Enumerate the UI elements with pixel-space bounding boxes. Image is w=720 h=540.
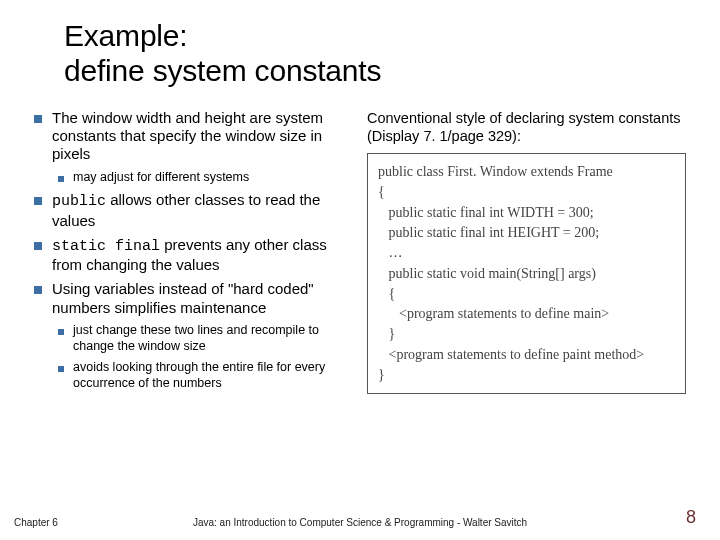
chapter-label: Chapter 6 (14, 517, 58, 528)
bullet-text: static final prevents any other class fr… (52, 236, 353, 275)
code-keyword: public (52, 193, 106, 210)
bullet-icon (34, 197, 42, 205)
slide-title: Example: define system constants (64, 18, 686, 89)
list-item: avoids looking through the entire file f… (58, 360, 353, 391)
bullet-text: public allows other classes to read the … (52, 191, 353, 230)
code-keyword: static final (52, 238, 160, 255)
bullet-text: just change these two lines and recompil… (73, 323, 353, 354)
code-line: { (378, 182, 675, 202)
title-line-1: Example: (64, 18, 686, 53)
content-columns: The window width and height are system c… (34, 109, 686, 398)
bullet-text: may adjust for different systems (73, 170, 353, 186)
bullet-icon (58, 176, 64, 182)
code-line: <program statements to define paint meth… (378, 345, 675, 365)
bullet-icon (58, 329, 64, 335)
page-number: 8 (686, 507, 696, 528)
bullet-icon (34, 242, 42, 250)
list-item: just change these two lines and recompil… (58, 323, 353, 354)
code-line: <program statements to define main> (378, 304, 675, 324)
bullet-icon (58, 366, 64, 372)
bullet-icon (34, 286, 42, 294)
footer-center-text: Java: an Introduction to Computer Scienc… (0, 517, 720, 528)
left-column: The window width and height are system c… (34, 109, 353, 398)
bullet-text: avoids looking through the entire file f… (73, 360, 353, 391)
code-line: public static void main(String[] args) (378, 264, 675, 284)
code-line: … (378, 243, 675, 263)
list-item: may adjust for different systems (58, 170, 353, 186)
list-item: The window width and height are system c… (34, 109, 353, 164)
code-line: public class First. Window extends Frame (378, 162, 675, 182)
right-column: Conventional style of declaring system c… (367, 109, 686, 398)
code-line: } (378, 324, 675, 344)
code-line: public static final int HEIGHT = 200; (378, 223, 675, 243)
bullet-text: Using variables instead of "hard coded" … (52, 280, 353, 317)
list-item: public allows other classes to read the … (34, 191, 353, 230)
title-line-2: define system constants (64, 53, 686, 88)
list-item: static final prevents any other class fr… (34, 236, 353, 275)
right-intro-text: Conventional style of declaring system c… (367, 109, 686, 145)
code-box: public class First. Window extends Frame… (367, 153, 686, 394)
bullet-text: The window width and height are system c… (52, 109, 353, 164)
code-line: public static final int WIDTH = 300; (378, 203, 675, 223)
code-line: { (378, 284, 675, 304)
list-item: Using variables instead of "hard coded" … (34, 280, 353, 317)
footer: Chapter 6 Java: an Introduction to Compu… (0, 507, 720, 528)
bullet-icon (34, 115, 42, 123)
code-line: } (378, 365, 675, 385)
slide: Example: define system constants The win… (0, 0, 720, 540)
